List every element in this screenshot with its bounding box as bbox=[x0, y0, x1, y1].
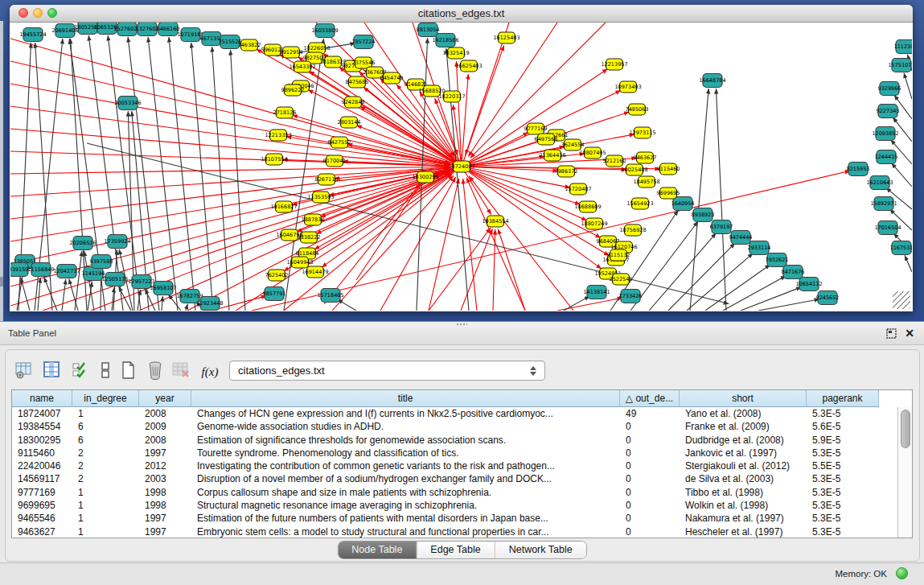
table-cell[interactable]: 1997 bbox=[139, 525, 191, 538]
graph-node[interactable]: 1167531 bbox=[890, 241, 912, 255]
graph-node[interactable]: 8267110 bbox=[315, 174, 339, 185]
table-row[interactable]: 977716911998Corpus callosum shape and si… bbox=[12, 486, 885, 499]
table-row[interactable]: 1938455462009Genome-wide association stu… bbox=[12, 420, 885, 433]
table-row[interactable]: 911546021997Tourette syndrome. Phenomeno… bbox=[12, 447, 885, 459]
network-canvas[interactable]: 1945572420691406180525631065326715276021… bbox=[10, 23, 912, 311]
table-cell[interactable]: 1997 bbox=[139, 512, 191, 525]
table-cell[interactable]: 5.3E-5 bbox=[807, 447, 879, 459]
table-cell[interactable]: Embryonic stem cells: a model to study s… bbox=[191, 525, 620, 538]
graph-node[interactable]: 8454749 bbox=[380, 72, 404, 84]
table-cell[interactable]: 5.9E-5 bbox=[807, 434, 879, 447]
table-cell[interactable]: 1 bbox=[72, 525, 139, 538]
graph-node[interactable]: 8427552 bbox=[328, 137, 351, 148]
graph-node[interactable]: 1244415 bbox=[875, 150, 898, 164]
table-vertical-scrollbar[interactable] bbox=[897, 407, 912, 538]
graph-edge[interactable] bbox=[904, 73, 912, 99]
graph-edge[interactable] bbox=[186, 304, 187, 311]
tab-network-table[interactable]: Network Table bbox=[495, 542, 586, 558]
graph-node[interactable]: 16210643 bbox=[866, 176, 893, 190]
function-builder-button[interactable]: f(x) bbox=[198, 360, 222, 384]
table-cell[interactable]: Estimation of the future numbers of pati… bbox=[191, 512, 620, 525]
graph-node[interactable]: 12505135 bbox=[101, 273, 128, 286]
table-cell[interactable]: 9777169 bbox=[12, 486, 72, 499]
table-cell[interactable]: 2003 bbox=[139, 472, 191, 485]
graph-node[interactable]: 2933114 bbox=[748, 241, 771, 255]
network-window[interactable]: citations_edges.txt 19455724206914061805… bbox=[10, 5, 913, 311]
graph-node[interactable]: 10654112 bbox=[795, 278, 822, 291]
memory-status-icon[interactable] bbox=[896, 567, 908, 579]
table-cell[interactable]: 2 bbox=[72, 472, 139, 485]
graph-edge[interactable] bbox=[758, 299, 819, 311]
table-cell[interactable]: 0 bbox=[620, 420, 680, 433]
table-cell[interactable]: Franke et al. (2009) bbox=[680, 420, 807, 433]
graph-node[interactable]: 15751074 bbox=[888, 59, 912, 72]
graph-edge[interactable] bbox=[38, 278, 40, 311]
graph-edge[interactable] bbox=[75, 251, 82, 311]
table-cell[interactable]: 19384554 bbox=[12, 420, 72, 433]
column-header-name[interactable]: name bbox=[12, 390, 72, 407]
table-cell[interactable]: 0 bbox=[620, 472, 680, 485]
column-header-in_degree[interactable]: in_degree bbox=[72, 390, 139, 407]
table-cell[interactable]: Tourette syndrome. Phenomenology and cla… bbox=[191, 447, 620, 459]
table-cell[interactable]: Jankovic et al. (1997) bbox=[680, 447, 807, 459]
table-cell[interactable]: Dudbridge et al. (2008) bbox=[680, 434, 807, 447]
table-cell[interactable]: 5.5E-5 bbox=[807, 459, 879, 472]
graph-node[interactable]: 9115132 bbox=[607, 249, 630, 261]
table-cell[interactable]: 2 bbox=[72, 459, 139, 472]
graph-node[interactable]: 12923448 bbox=[196, 297, 223, 311]
table-cell[interactable]: 1998 bbox=[139, 486, 191, 499]
table-row[interactable]: 1872400712008Changes of HCN gene express… bbox=[12, 407, 885, 420]
graph-node[interactable]: 19455724 bbox=[19, 28, 46, 42]
graph-edge[interactable] bbox=[162, 296, 162, 311]
graph-node[interactable]: 15720407 bbox=[565, 183, 591, 195]
table-cell[interactable]: 1 bbox=[72, 499, 139, 512]
graph-edge[interactable] bbox=[10, 84, 450, 164]
table-cell[interactable]: 9463627 bbox=[12, 525, 72, 538]
graph-node[interactable]: 17359924 bbox=[104, 235, 130, 249]
table-cell[interactable]: 5.3E-5 bbox=[807, 472, 879, 485]
table-cell[interactable]: 0 bbox=[620, 525, 680, 538]
column-header-pagerank[interactable]: pagerank bbox=[807, 390, 879, 407]
graph-node[interactable]: 11156849 bbox=[27, 263, 54, 277]
graph-node[interactable]: 10807495 bbox=[579, 147, 606, 159]
row-select-button[interactable] bbox=[69, 360, 93, 384]
graph-node[interactable]: 2718126 bbox=[273, 107, 297, 118]
table-cell[interactable]: Hescheler et al. (1997) bbox=[680, 525, 807, 538]
table-cell[interactable]: 1 bbox=[72, 512, 139, 525]
graph-node[interactable]: 10025488 bbox=[621, 164, 647, 175]
table-cell[interactable]: Nakamura et al. (1997) bbox=[680, 512, 807, 525]
graph-edge[interactable] bbox=[741, 287, 802, 311]
graph-node[interactable]: 9857791 bbox=[263, 287, 286, 301]
graph-node[interactable]: 15654923 bbox=[626, 198, 653, 209]
graph-edge[interactable] bbox=[462, 74, 468, 167]
table-select-dropdown[interactable]: citations_edges.txt bbox=[229, 360, 545, 381]
graph-node[interactable]: 7986372 bbox=[555, 166, 578, 177]
graph-node[interactable]: 15892971 bbox=[870, 197, 897, 211]
graph-node[interactable]: 1887834 bbox=[302, 214, 325, 225]
graph-node[interactable]: 9896227 bbox=[281, 84, 305, 96]
table-cell[interactable]: 1997 bbox=[139, 447, 191, 459]
graph-node[interactable]: 6379197 bbox=[710, 220, 733, 234]
graph-node[interactable]: 9170041 bbox=[323, 155, 347, 167]
graph-node[interactable]: 12213957 bbox=[601, 59, 627, 70]
table-cell[interactable]: Structural magnetic resonance image aver… bbox=[191, 499, 620, 512]
table-cell[interactable]: 0 bbox=[620, 486, 680, 499]
graph-node[interactable]: 18107554 bbox=[261, 154, 287, 165]
graph-node[interactable]: 18495758 bbox=[633, 176, 659, 187]
graph-edge[interactable] bbox=[62, 279, 66, 311]
graph-node[interactable]: 8475685 bbox=[346, 76, 369, 88]
graph-node[interactable]: 16625403 bbox=[455, 60, 482, 72]
graph-edge[interactable] bbox=[108, 35, 141, 311]
table-cell[interactable]: 9699695 bbox=[12, 499, 72, 512]
network-view[interactable]: 1945572420691406180525631065326715276021… bbox=[10, 23, 912, 311]
column-header-out_de[interactable]: △ out_de... bbox=[620, 390, 680, 407]
graph-node[interactable]: 9245652 bbox=[816, 291, 840, 305]
graph-node[interactable]: 20053346 bbox=[114, 97, 141, 110]
graph-edge[interactable] bbox=[466, 178, 525, 311]
graph-node[interactable]: 9474444 bbox=[729, 231, 753, 245]
table-row[interactable]: 2242004622012Investigating the contribut… bbox=[12, 459, 885, 472]
graph-edge[interactable] bbox=[10, 167, 450, 174]
graph-node[interactable]: 7485063 bbox=[626, 104, 649, 115]
graph-edge[interactable] bbox=[493, 229, 495, 311]
table-cell[interactable]: 5.3E-5 bbox=[807, 525, 879, 538]
